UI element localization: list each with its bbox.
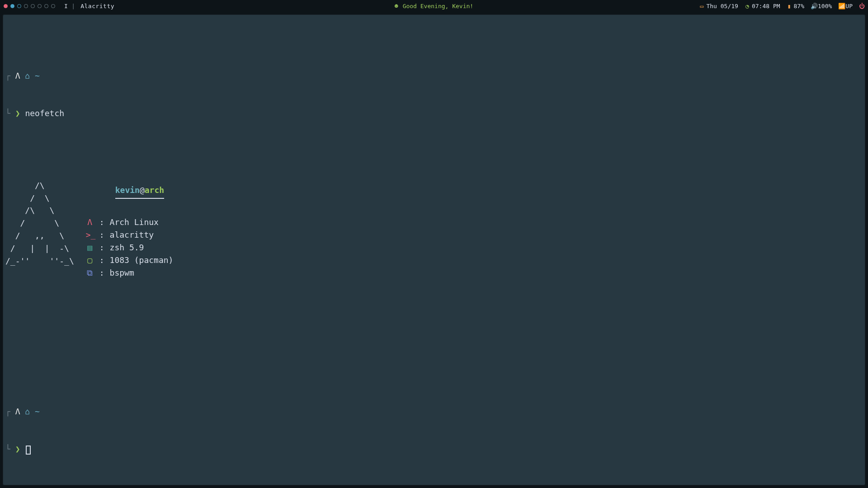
ascii-logo: /\ / \ /\ \ / \ / ,, \ / | | -\ /_-'' ''… (5, 179, 74, 267)
info-row-icon: Λ (86, 216, 94, 229)
workspace-dot-8[interactable] (51, 4, 55, 8)
workspace-dot-3[interactable] (17, 4, 21, 8)
workspace-dot-6[interactable] (38, 4, 42, 8)
workspace-dot-2[interactable] (10, 4, 14, 8)
time-text: 07:48 PM (752, 3, 780, 9)
prompt-arrow: ❯ (15, 108, 20, 118)
bar-right: ▭ Thu 05/19 ◔ 07:48 PM ▮ 87% 🔊 100% 📶 UP… (434, 3, 864, 9)
top-bar: I | Alacritty ☻ Good Evening, Kevin! ▭ T… (0, 0, 868, 12)
info-row-icon: ⧉ (86, 267, 94, 279)
cursor (26, 446, 31, 455)
info-row-value: bspwm (110, 267, 134, 279)
info-row-4: ⧉:bspwm (86, 267, 174, 279)
battery-status: ▮ 87% (787, 3, 804, 9)
info-row-value: zsh 5.9 (110, 241, 144, 254)
volume-status: 🔊 100% (811, 3, 832, 9)
wifi-icon: 📶 (838, 3, 844, 9)
neofetch-output: /\ / \ /\ \ / \ / ,, \ / | | -\ /_-'' ''… (5, 171, 863, 305)
info-row-icon: ▤ (86, 241, 94, 254)
prompt-decorator-top-2: ┌ Λ ⌂ ~ (5, 405, 863, 418)
cwd-tilde: ~ (35, 407, 40, 416)
battery-icon: ▮ (787, 3, 792, 9)
info-row-0: Λ:Arch Linux (86, 216, 174, 229)
info-row-colon: : (99, 229, 104, 241)
volume-icon: 🔊 (811, 3, 816, 9)
date-text: Thu 05/19 (706, 3, 738, 9)
info-row-value: 1083 (pacman) (110, 254, 174, 267)
window-title: Alacritty (80, 3, 114, 9)
workspace-index: I (64, 3, 68, 9)
battery-text: 87% (794, 3, 804, 9)
power-button[interactable]: ⏻ (859, 3, 864, 9)
workspace-dots[interactable] (4, 4, 55, 8)
prompt-line-1: └ ❯ neofetch (5, 107, 863, 120)
workspace-separator: | (71, 3, 75, 9)
time-status: ◔ 07:48 PM (745, 3, 780, 9)
info-row-value: Arch Linux (110, 216, 159, 229)
bar-left: I | Alacritty (4, 3, 434, 9)
workspace-dot-4[interactable] (24, 4, 28, 8)
prompt-line-2[interactable]: └ ❯ (5, 443, 863, 455)
username: kevin (115, 185, 140, 195)
info-row-1: >_:alacritty (86, 229, 174, 241)
info-row-3: ▢:1083 (pacman) (86, 254, 174, 267)
info-row-colon: : (99, 216, 104, 229)
info-row-colon: : (99, 254, 104, 267)
info-row-icon: ▢ (86, 254, 94, 267)
user-host: kevin@arch (115, 184, 164, 199)
arch-icon: Λ (15, 71, 20, 80)
workspace-dot-7[interactable] (44, 4, 48, 8)
entered-command: neofetch (25, 108, 64, 118)
info-row-icon: >_ (86, 229, 94, 241)
info-row-value: alacritty (110, 229, 154, 241)
terminal-window[interactable]: ┌ Λ ⌂ ~ └ ❯ neofetch /\ / \ /\ \ / \ / ,… (3, 14, 865, 485)
at-separator: @ (140, 185, 145, 195)
network-status: 📶 UP (838, 3, 853, 9)
info-row-colon: : (99, 241, 104, 254)
prompt-decorator-top-1: ┌ Λ ⌂ ~ (5, 70, 863, 82)
date-status: ▭ Thu 05/19 (699, 3, 738, 9)
clock-icon: ◔ (745, 3, 750, 9)
bar-center: ☻ Good Evening, Kevin! (395, 3, 473, 9)
power-icon: ⏻ (859, 3, 864, 9)
home-icon: ⌂ (25, 407, 30, 416)
info-row-colon: : (99, 267, 104, 279)
greeting-icon: ☻ (395, 3, 398, 9)
home-icon: ⌂ (25, 71, 30, 80)
arch-icon: Λ (15, 407, 20, 416)
workspace-dot-1[interactable] (4, 4, 8, 8)
calendar-icon: ▭ (699, 3, 704, 9)
prompt-arrow: ❯ (15, 444, 20, 454)
workspace-dot-5[interactable] (31, 4, 35, 8)
network-text: UP (845, 3, 853, 9)
greeting-text: Good Evening, Kevin! (403, 3, 474, 9)
neofetch-info: kevin@arch Λ:Arch Linux>_:alacritty▤:zsh… (86, 171, 174, 305)
hostname: arch (145, 185, 164, 195)
cwd-tilde: ~ (35, 71, 40, 80)
info-row-2: ▤:zsh 5.9 (86, 241, 174, 254)
volume-text: 100% (818, 3, 832, 9)
